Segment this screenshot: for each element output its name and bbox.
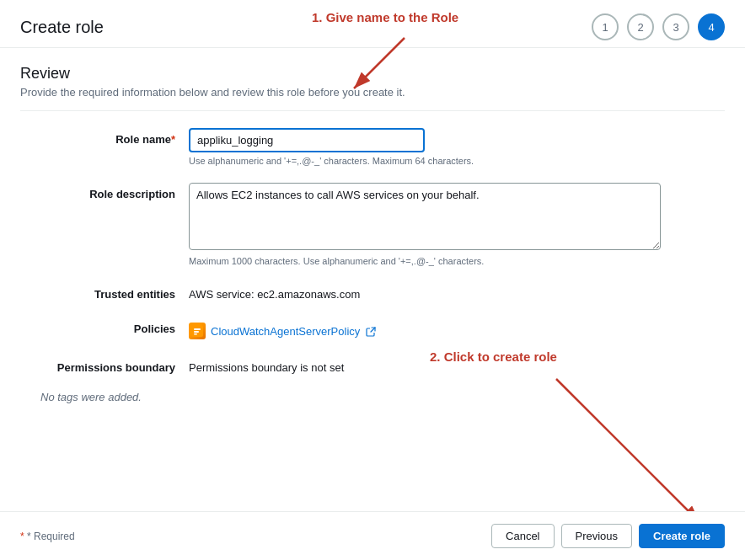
role-name-row: Role name* Use alphanumeric and '+=,.@-_…: [20, 128, 725, 166]
step-3: 3: [662, 13, 689, 40]
trusted-entities-row: Trusted entities AWS service: ec2.amazon…: [20, 283, 725, 301]
svg-rect-2: [194, 331, 199, 333]
annotation-2: 2. Click to create role: [430, 349, 557, 364]
required-note: * * Required: [20, 531, 75, 542]
wizard-steps: 1 2 3 4: [592, 13, 725, 40]
step-4: 4: [698, 13, 725, 40]
policies-label: Policies: [20, 317, 189, 335]
role-description-row: Role description Allows EC2 instances to…: [20, 183, 725, 266]
svg-rect-3: [194, 333, 197, 335]
policy-item: CloudWatchAgentServerPolicy: [189, 317, 678, 339]
role-name-input[interactable]: [189, 128, 425, 152]
permissions-boundary-row: Permissions boundary Permissions boundar…: [20, 356, 725, 374]
step-1: 1: [592, 13, 619, 40]
svg-rect-1: [194, 328, 201, 330]
policy-icon: [189, 323, 206, 339]
role-description-field: Allows EC2 instances to call AWS service…: [189, 183, 678, 266]
trusted-entities-label: Trusted entities: [20, 283, 189, 301]
role-name-label: Role name*: [20, 128, 189, 146]
step-2: 2: [627, 13, 654, 40]
section-subtitle: Provide the required information below a…: [20, 86, 725, 111]
role-description-label: Role description: [20, 183, 189, 200]
page-footer: * * Required Cancel Previous Create role: [0, 511, 745, 560]
role-description-input[interactable]: Allows EC2 instances to call AWS service…: [189, 183, 661, 250]
role-name-field: Use alphanumeric and '+=,.@-_' character…: [189, 128, 678, 166]
trusted-entities-value: AWS service: ec2.amazonaws.com: [189, 283, 678, 301]
permissions-boundary-label: Permissions boundary: [20, 356, 189, 374]
annotation-1: 1. Give name to the Role: [312, 10, 458, 24]
role-description-hint: Maximum 1000 characters. Use alphanumeri…: [189, 256, 678, 266]
section-title: Review: [20, 65, 725, 83]
main-content: Review Provide the required information …: [0, 48, 745, 420]
create-role-button[interactable]: Create role: [639, 524, 725, 548]
policies-field: CloudWatchAgentServerPolicy: [189, 317, 678, 339]
previous-button[interactable]: Previous: [561, 524, 633, 548]
no-tags-text: No tags were added.: [40, 391, 725, 403]
page-title: Create role: [20, 18, 104, 37]
role-name-hint: Use alphanumeric and '+=,.@-_' character…: [189, 156, 678, 166]
cancel-button[interactable]: Cancel: [491, 524, 554, 548]
footer-buttons: Cancel Previous Create role: [491, 524, 725, 548]
trusted-entities-field: AWS service: ec2.amazonaws.com: [189, 283, 678, 301]
policies-row: Policies CloudWatchAgentServerPolicy: [20, 317, 725, 339]
external-link-icon: [366, 327, 376, 337]
policy-link[interactable]: CloudWatchAgentServerPolicy: [211, 325, 376, 338]
